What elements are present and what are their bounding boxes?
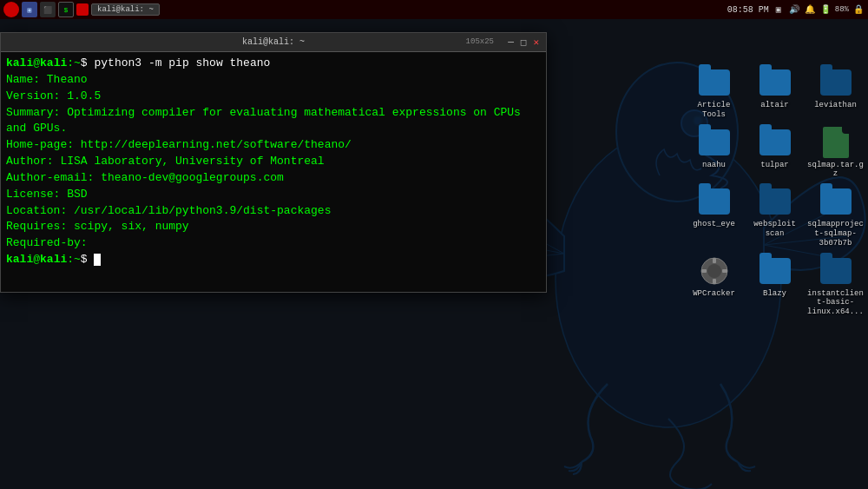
svg-rect-14 — [713, 279, 716, 284]
desktop: Article Tools altair leviathan naahu tul… — [0, 19, 868, 489]
desktop-icon-sqlmapproject[interactable]: sqlmapproject-sqlmap-3b07b7b — [807, 186, 864, 248]
desktop-icon-naahu[interactable]: naahu — [686, 127, 742, 180]
output-location: Location: /usr/local/lib/python3.9/dist-… — [6, 203, 541, 220]
app-icon-1[interactable]: ▣ — [22, 2, 37, 17]
output-license: License: BSD — [6, 187, 541, 203]
desktop-icon-row-0: Article Tools altair leviathan — [686, 67, 864, 120]
svg-rect-16 — [722, 269, 727, 273]
taskbar: ▣ ⬛ $ kali@kali: ~ 08:58 PM ▣ 🔊 🔔 🔋 88% … — [0, 0, 868, 19]
app-icon-terminal[interactable]: $ — [58, 2, 74, 17]
taskbar-left: ▣ ⬛ $ kali@kali: ~ — [3, 2, 160, 17]
output-version: Version: 1.0.5 — [6, 89, 541, 105]
svg-rect-15 — [701, 269, 707, 273]
terminal-size-indicator: 105x25 — [466, 37, 494, 46]
desktop-icon-sqlmap-tar[interactable]: sqlmap.tar.gz — [807, 127, 864, 180]
tray-audio-icon[interactable]: 🔊 — [788, 3, 800, 16]
tray-network-icon[interactable]: ▣ — [773, 3, 785, 16]
terminal-title: kali@kali: ~ — [242, 37, 305, 47]
terminal-cursor — [94, 254, 101, 266]
desktop-icon-leviathan[interactable]: leviathan — [807, 67, 864, 120]
terminal-new-prompt-line: kali@kali:~$ — [6, 252, 541, 268]
desktop-icon-row-2: ghost_eye websploit scan sqlmapproject-s… — [686, 186, 864, 248]
output-requires: Requires: scipy, six, numpy — [6, 219, 541, 235]
desktop-icon-tulpar[interactable]: tulpar — [746, 127, 803, 180]
svg-point-0 — [6, 4, 16, 15]
terminal-window: kali@kali: ~ 105x25 ─ □ ✕ kali@kali:~$ p… — [0, 32, 547, 293]
app-icon-red[interactable] — [76, 3, 89, 16]
terminal-minimize-button[interactable]: ─ — [508, 36, 514, 48]
terminal-command-line: kali@kali:~$ python3 -m pip show theano — [6, 56, 541, 72]
app-icon-2[interactable]: ⬛ — [40, 2, 56, 17]
tray-bell-icon[interactable]: 🔔 — [804, 3, 816, 16]
tray-battery-icon[interactable]: 🔋 — [819, 3, 832, 16]
terminal-controls: ─ □ ✕ — [508, 36, 539, 48]
desktop-icon-altair[interactable]: altair — [746, 67, 803, 120]
svg-rect-13 — [713, 258, 716, 263]
output-required-by: Required-by: — [6, 235, 541, 252]
desktop-icon-ghost-eye[interactable]: ghost_eye — [686, 186, 742, 248]
desktop-icons-area: Article Tools altair leviathan naahu tul… — [686, 67, 864, 324]
desktop-icon-websploitscan[interactable]: websploit scan — [746, 186, 803, 248]
terminal-titlebar: kali@kali: ~ 105x25 ─ □ ✕ — [1, 33, 546, 52]
taskbar-time: 08:58 PM — [727, 5, 769, 15]
output-summary: Summary: Optimizing compiler for evaluat… — [6, 105, 541, 138]
taskbar-right: 08:58 PM ▣ 🔊 🔔 🔋 88% 🔒 — [727, 3, 865, 16]
output-homepage: Home-page: http://deeplearning.net/softw… — [6, 137, 541, 154]
output-name: Name: Theano — [6, 72, 541, 89]
desktop-icon-wpcracker[interactable]: WPCracker — [686, 255, 742, 317]
output-author-email: Author-email: theano-dev@googlegroups.co… — [6, 170, 541, 187]
desktop-icon-row-3: WPCracker Blazy instantclient-basic-linu… — [686, 255, 864, 317]
tray-lock-icon[interactable]: 🔒 — [852, 3, 865, 16]
output-author: Author: LISA laboratory, University of M… — [6, 154, 541, 170]
taskbar-terminal-button[interactable]: kali@kali: ~ — [91, 3, 160, 16]
desktop-icon-blazy[interactable]: Blazy — [746, 255, 803, 317]
desktop-icon-instantclient[interactable]: instantclient-basic-linux.x64... — [807, 255, 864, 317]
terminal-body[interactable]: kali@kali:~$ python3 -m pip show theano … — [1, 52, 546, 292]
terminal-maximize-button[interactable]: □ — [521, 36, 527, 48]
desktop-icon-article-tools[interactable]: Article Tools — [686, 67, 742, 120]
desktop-icon-row-1: naahu tulpar sqlmap.tar.gz — [686, 127, 864, 180]
battery-percent: 88% — [835, 5, 849, 14]
svg-point-12 — [707, 264, 721, 278]
terminal-close-button[interactable]: ✕ — [533, 36, 539, 48]
kali-logo-icon[interactable] — [3, 2, 19, 17]
